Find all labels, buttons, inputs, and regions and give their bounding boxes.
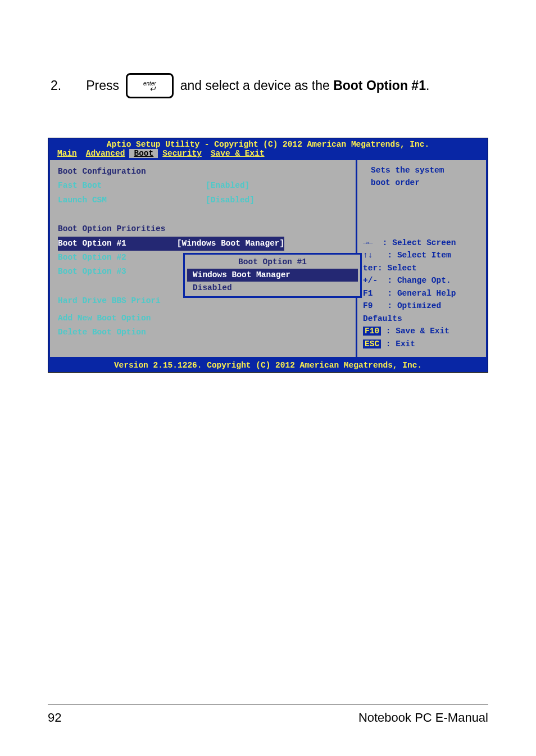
enter-key-icon: enter ↵ (126, 73, 174, 98)
tab-advanced[interactable]: Advanced (81, 149, 130, 158)
page-number: 92 (48, 710, 61, 725)
manual-title: Notebook PC E-Manual (358, 710, 488, 725)
help-select-screen: →← : Select Screen (363, 237, 482, 249)
help-select: ter: Select (363, 262, 482, 274)
boot-option-1-row[interactable]: Boot Option #1 [Windows Boot Manager] (58, 237, 348, 251)
help-desc-1: Sets the system (362, 165, 482, 177)
boot-config-heading: Boot Configuration (58, 165, 348, 179)
tab-main[interactable]: Main (53, 149, 81, 158)
popup-option-windows-boot-manager[interactable]: Windows Boot Manager (187, 269, 358, 282)
boot-priorities-heading: Boot Option Priorities (58, 222, 348, 236)
help-exit: ESC : Exit (363, 338, 482, 350)
bios-tab-bar: Main Advanced Boot Security Save & Exit (48, 149, 488, 159)
tab-boot[interactable]: Boot (129, 149, 158, 158)
help-general: F1 : General Help (363, 287, 482, 300)
boot-option-popup: Boot Option #1 Windows Boot Manager Disa… (183, 253, 362, 298)
press-text: Press (86, 78, 119, 93)
bios-right-pane: Sets the system boot order →← : Select S… (357, 159, 488, 359)
popup-title: Boot Option #1 (185, 256, 360, 269)
instruction-text: and select a device as the Boot Option #… (180, 78, 430, 93)
tab-save-exit[interactable]: Save & Exit (206, 149, 269, 158)
tab-security[interactable]: Security (158, 149, 206, 158)
delete-boot-row[interactable]: Delete Boot Option (58, 325, 348, 339)
popup-option-disabled[interactable]: Disabled (185, 282, 360, 295)
help-optimized: F9 : Optimized Defaults (363, 300, 482, 325)
bios-header-title: Aptio Setup Utility - Copyright (C) 2012… (48, 138, 488, 149)
add-boot-row[interactable]: Add New Boot Option (58, 311, 348, 325)
instruction-step: 2. Press enter ↵ and select a device as … (51, 73, 488, 98)
launch-csm-row[interactable]: Launch CSM [Disabled] (58, 193, 348, 207)
help-change-opt: +/- : Change Opt. (363, 274, 482, 287)
bios-footer: Version 2.15.1226. Copyright (C) 2012 Am… (48, 359, 488, 372)
bios-window: Aptio Setup Utility - Copyright (C) 2012… (48, 138, 488, 373)
help-select-item: ↑↓ : Select Item (363, 249, 482, 261)
help-save-exit: F10 : Save & Exit (363, 325, 482, 337)
bios-left-pane: Boot Configuration Fast Boot [Enabled] L… (48, 159, 357, 359)
step-number: 2. (51, 78, 61, 93)
help-desc-2: boot order (362, 177, 482, 189)
fast-boot-row[interactable]: Fast Boot [Enabled] (58, 179, 348, 193)
